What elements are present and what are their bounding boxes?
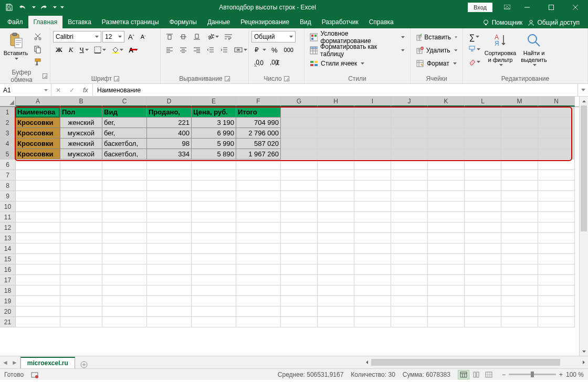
row-header[interactable]: 19 [0,296,16,306]
cell[interactable] [318,264,354,275]
cell[interactable] [391,139,428,149]
cell[interactable] [391,233,428,243]
decrease-font-button[interactable]: Aˇ [138,31,149,43]
tab-данные[interactable]: Данные [202,16,235,28]
sort-filter-button[interactable]: АЯ Сортировка и фильтр [484,31,517,74]
cell[interactable] [236,317,281,327]
cell[interactable] [428,317,465,327]
cell[interactable] [428,254,465,264]
cell[interactable] [281,201,318,212]
cell[interactable] [236,160,281,170]
cell[interactable] [60,254,102,264]
scroll-down-button[interactable] [580,347,588,356]
column-header[interactable]: G [281,97,318,107]
cell[interactable] [16,222,60,233]
cell[interactable] [102,212,147,222]
cell[interactable] [501,264,538,275]
cell[interactable] [501,275,538,285]
column-header[interactable]: I [354,97,391,107]
cell[interactable] [236,181,281,191]
cell[interactable] [192,317,236,327]
cell[interactable] [501,170,538,181]
insert-function-button[interactable]: fx [79,86,92,94]
row-header[interactable]: 3 [0,128,16,139]
cell[interactable] [428,275,465,285]
cell[interactable]: мужской [60,128,102,139]
row-header[interactable]: 9 [0,191,16,201]
cell[interactable] [102,181,147,191]
vscroll-thumb[interactable] [581,105,587,231]
row-header[interactable]: 4 [0,139,16,149]
expand-formula-bar[interactable] [578,84,588,96]
font-name-combo[interactable]: Calibri [53,31,101,43]
cell[interactable] [318,160,354,170]
cell[interactable] [281,317,318,327]
cell[interactable] [428,160,465,170]
cell[interactable] [465,170,501,181]
cell[interactable] [147,317,192,327]
cell[interactable] [16,306,60,317]
cell[interactable] [102,254,147,264]
tab-справка[interactable]: Справка [364,16,399,28]
cell[interactable] [538,181,575,191]
cell[interactable] [102,296,147,306]
cell[interactable]: 587 020 [236,139,281,149]
cell[interactable] [318,149,354,160]
underline-button[interactable]: Ч [77,44,90,56]
name-box[interactable]: A1 [0,84,51,96]
cell[interactable] [192,170,236,181]
cell[interactable] [16,233,60,243]
align-bottom-button[interactable] [191,31,203,43]
redo-dropdown[interactable] [51,2,57,13]
cell[interactable] [538,212,575,222]
cell[interactable] [354,107,391,118]
column-header[interactable]: E [192,97,236,107]
cell[interactable] [147,296,192,306]
undo-dropdown[interactable] [30,2,36,13]
sheet-nav-prev[interactable]: ◄ [2,359,8,366]
cell[interactable] [465,212,501,222]
cell[interactable] [501,191,538,201]
cell[interactable]: 400 [147,128,192,139]
cell[interactable] [465,275,501,285]
cell[interactable] [147,170,192,181]
cell[interactable] [354,233,391,243]
cell[interactable]: Итого [236,107,281,118]
cell[interactable]: 98 [147,139,192,149]
cell[interactable] [501,107,538,118]
cell[interactable] [465,149,501,160]
cell[interactable] [465,128,501,139]
cell[interactable]: Кроссовки [16,128,60,139]
cell[interactable] [102,243,147,254]
cell[interactable] [60,317,102,327]
cell[interactable] [354,275,391,285]
cell[interactable]: Наименова [16,107,60,118]
signin-button[interactable]: Вход [468,3,492,12]
cancel-formula-button[interactable]: ✕ [51,87,65,94]
scroll-right-button[interactable] [579,358,588,367]
cell[interactable]: 334 [147,149,192,160]
cell[interactable] [281,107,318,118]
cell[interactable] [60,222,102,233]
border-button[interactable] [91,44,108,56]
cell[interactable] [147,243,192,254]
cell[interactable] [147,222,192,233]
cell[interactable] [60,296,102,306]
cell[interactable] [16,254,60,264]
cell[interactable] [318,181,354,191]
cell[interactable] [236,201,281,212]
cell[interactable] [236,264,281,275]
cell[interactable] [428,149,465,160]
cell[interactable] [538,201,575,212]
orientation-button[interactable]: ab [204,31,220,43]
cell[interactable] [147,212,192,222]
cell[interactable] [281,285,318,296]
column-header[interactable]: A [16,97,60,107]
cell[interactable] [354,222,391,233]
cell[interactable] [60,264,102,275]
cell[interactable] [318,201,354,212]
wrap-text-button[interactable] [222,31,235,43]
cell[interactable] [102,160,147,170]
increase-decimal-button[interactable]: ,0,00 [251,57,266,69]
cell[interactable] [428,107,465,118]
